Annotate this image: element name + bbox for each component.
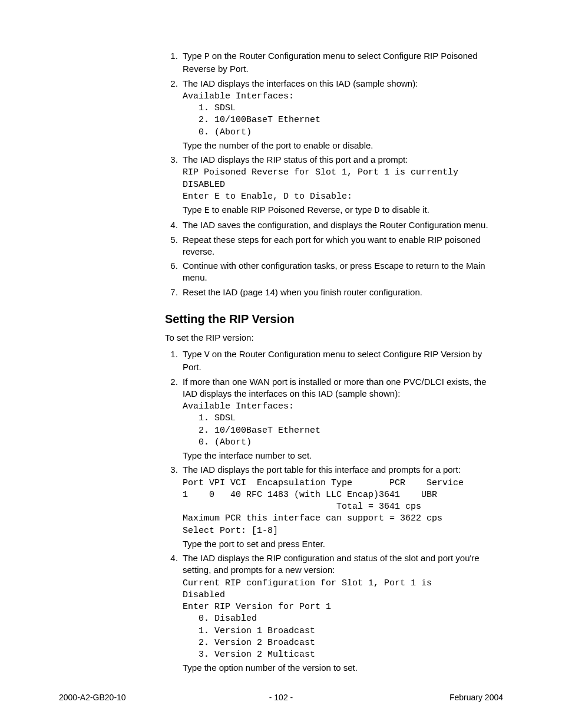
step-a-6: Continue with other configuration tasks,…: [180, 260, 503, 284]
step-b-1: Type V on the Router Configuration menu …: [180, 348, 503, 374]
step-text: Type: [183, 349, 204, 359]
steps-list-a: Type P on the Router Configuration menu …: [165, 50, 503, 298]
step-posttext: Type the number of the port to enable or…: [183, 140, 503, 151]
step-text: to disable it.: [380, 205, 429, 215]
code-block: Available Interfaces: 1. SDSL 2. 10/100B…: [183, 91, 503, 139]
step-text: If more than one WAN port is installed o…: [183, 377, 487, 398]
step-text: Continue with other configuration tasks,…: [183, 261, 485, 282]
key-literal: P: [204, 52, 210, 62]
step-text: on the Router Configuration menu to sele…: [183, 349, 482, 372]
code-block: Port VPI VCI Encapsulation Type PCR Serv…: [183, 477, 503, 537]
content-area: Type P on the Router Configuration menu …: [165, 50, 503, 674]
step-a-7: Reset the IAD (page 14) when you finish …: [180, 286, 503, 298]
step-text: The IAD displays the RIP status of this …: [183, 154, 408, 164]
step-text: The IAD displays the interfaces on this …: [183, 78, 418, 88]
step-a-4: The IAD saves the configuration, and dis…: [180, 219, 503, 231]
step-text: on the Router Configuration menu to sele…: [183, 51, 478, 74]
step-text: The IAD displays the RIP configuration a…: [183, 553, 480, 575]
key-literal: E: [204, 206, 210, 216]
section-intro: To set the RIP version:: [165, 332, 503, 344]
step-text: The IAD displays the port table for this…: [183, 465, 461, 475]
footer-date: February 2004: [449, 692, 503, 703]
footer-doc-id: 2000-A2-GB20-10: [59, 692, 126, 703]
step-text: Repeat these steps for each port for whi…: [183, 235, 481, 256]
step-text: Type: [183, 51, 204, 61]
code-block: Current RIP configuration for Slot 1, Po…: [183, 578, 503, 661]
steps-list-b: Type V on the Router Configuration menu …: [165, 348, 503, 674]
step-posttext: Type the option number of the version to…: [183, 662, 503, 674]
step-a-2: The IAD displays the interfaces on this …: [180, 78, 503, 152]
step-b-3: The IAD displays the port table for this…: [180, 464, 503, 550]
step-text: to enable RIP Poisoned Reverse, or type: [210, 205, 375, 215]
step-text: Reset the IAD (page 14) when you finish …: [183, 287, 422, 297]
page-footer: 2000-A2-GB20-10 - 102 - February 2004: [59, 692, 503, 703]
step-text: Type: [183, 205, 204, 215]
document-page: Type P on the Router Configuration menu …: [0, 0, 562, 728]
step-posttext: Type E to enable RIP Poisoned Reverse, o…: [183, 204, 503, 217]
key-literal: D: [375, 206, 380, 216]
step-text: The IAD saves the configuration, and dis…: [183, 220, 488, 230]
code-block: Available Interfaces: 1. SDSL 2. 10/100B…: [183, 401, 503, 449]
step-posttext: Type the interface number to set.: [183, 450, 503, 462]
code-block: RIP Poisoned Reverse for Slot 1, Port 1 …: [183, 167, 503, 203]
step-a-5: Repeat these steps for each port for whi…: [180, 234, 503, 258]
key-literal: V: [204, 350, 210, 360]
step-a-1: Type P on the Router Configuration menu …: [180, 50, 503, 75]
step-a-3: The IAD displays the RIP status of this …: [180, 154, 503, 217]
step-b-4: The IAD displays the RIP configuration a…: [180, 552, 503, 674]
step-b-2: If more than one WAN port is installed o…: [180, 376, 503, 462]
section-heading: Setting the RIP Version: [165, 311, 503, 327]
step-posttext: Type the port to set and press Enter.: [183, 538, 503, 550]
footer-page-number: - 102 -: [269, 692, 293, 703]
